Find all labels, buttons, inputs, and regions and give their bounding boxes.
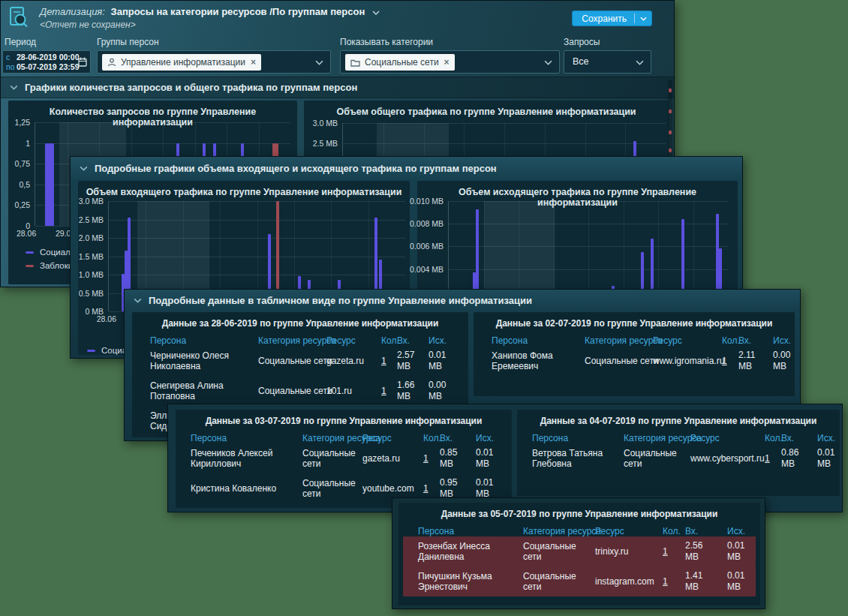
column-header[interactable]: Персона: [191, 433, 302, 443]
count-cell: 1: [722, 356, 738, 366]
column-header[interactable]: Персона: [492, 335, 585, 346]
outgoing-cell: 0.01MB: [727, 570, 760, 593]
count-link[interactable]: 1: [765, 453, 770, 464]
save-button[interactable]: Сохранить: [572, 11, 652, 26]
column-header[interactable]: Кол.: [722, 335, 738, 346]
incoming-cell: 1.66MB: [397, 380, 429, 402]
count-link[interactable]: 1: [663, 576, 668, 587]
date-to-value[interactable]: 05-07-2019 23:59: [17, 62, 79, 72]
column-header[interactable]: Вх.: [685, 526, 727, 536]
column-header[interactable]: Вх.: [781, 433, 817, 443]
groups-select[interactable]: Управление информатизации ×: [97, 50, 331, 74]
count-link[interactable]: 1: [423, 453, 429, 464]
section-charts-detail[interactable]: Подробные графики объема входящего и исх…: [71, 157, 742, 179]
section-charts-top[interactable]: Графики количества запросов и общего тра…: [1, 77, 674, 98]
period-picker[interactable]: с28-06-2019 00:00 по05-07-2019 23:59: [2, 50, 91, 74]
column-header[interactable]: Вх.: [738, 335, 773, 346]
chevron-down-icon[interactable]: [636, 60, 644, 65]
gridline-horizontal: [449, 269, 728, 270]
category-chip[interactable]: Социальные сети ×: [345, 54, 455, 71]
chevron-down-icon[interactable]: [544, 60, 552, 65]
table-row[interactable]: Черниченко Олеся НиколаевнаСоциальные се…: [132, 346, 468, 376]
count-link[interactable]: 1: [381, 386, 386, 396]
report-title[interactable]: Запросы на категории ресурсов /По группа…: [111, 6, 365, 17]
remove-chip-icon[interactable]: ×: [444, 57, 450, 68]
table-row[interactable]: Печеников Алексей КирилловичСоциальные с…: [176, 443, 512, 473]
y-axis-tick-label: 1: [26, 139, 30, 148]
column-header[interactable]: Ресурс: [362, 433, 423, 443]
column-header[interactable]: Исх.: [727, 526, 760, 536]
column-header[interactable]: Ресурс: [326, 335, 381, 346]
count-link[interactable]: 1: [722, 356, 727, 366]
column-header[interactable]: Категория ресурса: [302, 433, 362, 443]
table-row[interactable]: Ветрова Татьяна ГлебовнаСоциальные сетиw…: [517, 443, 840, 473]
count-link[interactable]: 1: [663, 546, 668, 557]
table-header-row: ПерсонаКатегория ресурсаРесурсКол.Вх.Исх…: [474, 335, 795, 346]
table-row[interactable]: Пичушкин Кузьма ЭрнестовичСоциальные сет…: [403, 566, 756, 596]
column-header[interactable]: Исх.: [773, 335, 795, 346]
table-date-title: Данные за 03-07-2019 по группе Управлени…: [176, 410, 512, 426]
chevron-down-icon[interactable]: [640, 17, 647, 21]
table-date-title: Данные за 02-07-2019 по группе Управлени…: [474, 312, 795, 329]
column-header[interactable]: Кол.: [423, 433, 440, 443]
column-header[interactable]: Персона: [418, 526, 523, 536]
gridline-horizontal: [109, 275, 405, 275]
categories-select[interactable]: Социальные сети ×: [340, 50, 560, 74]
outgoing-cell: 0.00MB: [429, 380, 465, 402]
column-header[interactable]: Категория ресурса: [523, 526, 595, 536]
scrollbar-alert-mark: [669, 110, 672, 113]
category-cell: Социальные сети: [302, 448, 362, 469]
count-link[interactable]: 1: [381, 356, 386, 366]
column-header[interactable]: Исх.: [817, 433, 840, 443]
table-row[interactable]: Снегирева Алина ПотаповнаСоциальные сети…: [132, 376, 468, 406]
x-axis-tick-label: 28.06: [17, 229, 36, 238]
requests-select[interactable]: Все: [564, 50, 651, 74]
date-from-prefix: с: [6, 53, 17, 62]
table-row[interactable]: Ханипов Фома ЕремеевичСоциальные сетиwww…: [474, 346, 795, 376]
y-axis-tick-label: 2.5 MB: [313, 139, 338, 148]
column-header[interactable]: Категория ресурса: [585, 335, 653, 346]
section-tables[interactable]: Подробные данные в табличном виде по гру…: [125, 290, 800, 311]
remove-chip-icon[interactable]: ×: [251, 57, 256, 68]
resource-cell: gazeta.ru: [326, 356, 381, 366]
column-header[interactable]: Категория ресурса: [258, 335, 326, 346]
resource-cell: youtube.com: [362, 483, 423, 494]
column-header[interactable]: Исх.: [476, 433, 510, 443]
column-header[interactable]: Кол.: [765, 433, 781, 443]
y-axis-tick-label: 0.004 MB: [410, 265, 444, 274]
count-cell: 1: [381, 386, 397, 396]
column-header[interactable]: Вх.: [440, 433, 476, 443]
category-cell: Социальные сети: [258, 356, 326, 366]
column-header[interactable]: Персона: [532, 433, 624, 443]
section-title: Подробные данные в табличном виде по гру…: [149, 295, 532, 306]
y-axis-tick-label: 0.006 MB: [410, 242, 444, 251]
date-from-value[interactable]: 28-06-2019 00:00: [17, 53, 79, 62]
chevron-down-icon[interactable]: [372, 11, 380, 15]
column-header[interactable]: Категория ресурса: [624, 433, 690, 443]
column-header[interactable]: Ресурс: [690, 433, 765, 443]
collapse-icon[interactable]: [134, 298, 142, 303]
app-logo-icon: [7, 5, 31, 29]
collapse-icon[interactable]: [10, 85, 18, 90]
column-header[interactable]: Ресурс: [595, 526, 663, 536]
calendar-icon[interactable]: [78, 57, 87, 67]
column-header[interactable]: Кол.: [663, 526, 685, 536]
y-axis-tick-label: 0.010 MB: [410, 197, 444, 206]
column-header[interactable]: Персона: [150, 335, 258, 346]
person-icon: [107, 58, 116, 67]
group-chip[interactable]: Управление информатизации ×: [102, 54, 261, 71]
table-row[interactable]: Розенбах Инесса ДанилевнаСоциальные сети…: [403, 536, 756, 566]
chevron-down-icon[interactable]: [315, 60, 323, 65]
incoming-cell: 0.86MB: [781, 447, 817, 470]
column-header[interactable]: Кол.: [381, 335, 397, 346]
collapse-icon[interactable]: [80, 166, 88, 171]
categories-label: Показывать категории: [340, 37, 433, 47]
column-header[interactable]: Вх.: [397, 335, 429, 346]
column-header[interactable]: Ресурс: [653, 335, 722, 346]
count-link[interactable]: 1: [423, 483, 429, 494]
y-axis-tick-label: 0.008 MB: [410, 219, 444, 228]
column-header[interactable]: Исх.: [429, 335, 465, 346]
tables-window-2: Данные за 03-07-2019 по группе Управлени…: [167, 404, 843, 512]
period-label: Период: [5, 37, 36, 47]
report-status: <Отчет не сохранен>: [40, 20, 380, 30]
